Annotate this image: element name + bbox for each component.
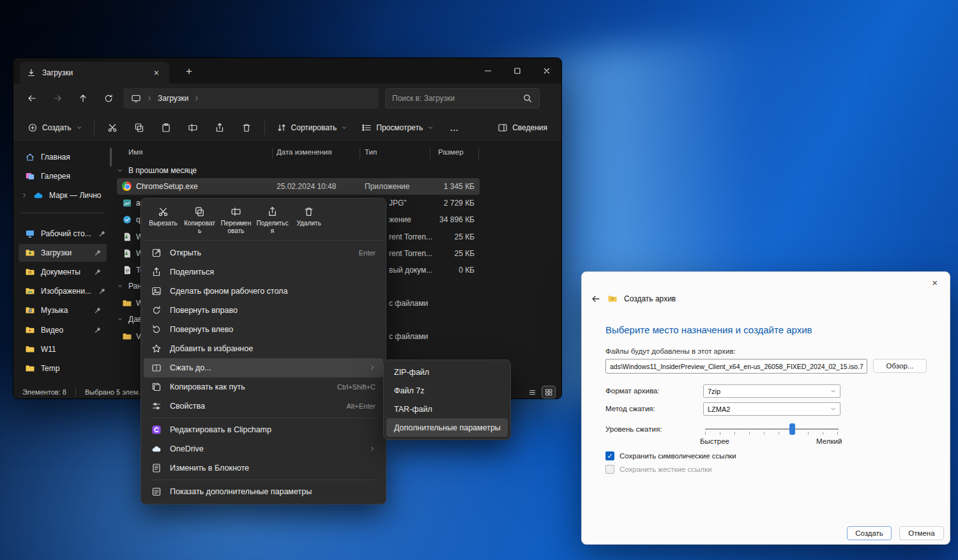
submenu-item-zip[interactable]: ZIP-файл [386, 363, 508, 381]
sidebar: Главная Галерея Марк — Лично Рабочий сто… [13, 142, 113, 384]
delete-quick-button[interactable]: Удалить [291, 202, 327, 236]
method-select[interactable]: LZMA2 [703, 402, 840, 416]
close-button[interactable] [532, 58, 561, 84]
column-name[interactable]: Имя [128, 148, 142, 156]
sidebar-item-w11[interactable]: W11 [19, 340, 107, 358]
copy-button[interactable] [126, 117, 152, 139]
delete-button[interactable] [234, 117, 259, 139]
refresh-button[interactable] [98, 88, 119, 109]
menu-item-label: Сделать фоном рабочего стола [170, 287, 287, 296]
menu-item-compress-to[interactable]: Сжать до... [144, 358, 383, 377]
compression-slider-thumb[interactable] [789, 423, 795, 435]
share-icon [151, 267, 162, 277]
column-date[interactable]: Дата изменения [277, 148, 331, 156]
wallpaper-icon [151, 286, 162, 296]
menu-item-edit-notepad[interactable]: Изменить в Блокноте [144, 458, 383, 478]
column-type[interactable]: Тип [365, 148, 377, 156]
share-quick-button[interactable]: Поделиться [254, 202, 291, 236]
forward-button[interactable] [47, 88, 68, 109]
sort-icon [277, 123, 287, 133]
more-options-button[interactable]: ... [441, 117, 467, 139]
browse-button[interactable]: Обзор... [873, 359, 927, 373]
menu-item-open[interactable]: Открыть Enter [144, 243, 383, 262]
menu-item-show-more-options[interactable]: Показать дополнительные параметры [144, 482, 383, 501]
back-button[interactable] [21, 88, 43, 109]
create-button[interactable]: Создать [847, 526, 892, 540]
menu-item-copy-as-path[interactable]: Копировать как путь Ctrl+Shift+C [144, 377, 383, 397]
file-type: JPG" [389, 199, 407, 208]
dialog-close-icon[interactable]: × [927, 276, 942, 289]
up-button[interactable] [72, 88, 94, 109]
compression-slider-track[interactable] [705, 428, 839, 430]
rename-button[interactable] [180, 117, 206, 139]
sidebar-item-documents[interactable]: Документы [19, 263, 107, 281]
sidebar-item-label: Марк — Лично [49, 191, 102, 200]
archive-icon [151, 363, 162, 373]
sort-button[interactable]: Сортировать [270, 117, 354, 139]
new-button[interactable]: Создать [21, 117, 89, 139]
details-button[interactable]: Сведения [491, 117, 554, 139]
menu-item-share[interactable]: Поделиться [144, 262, 383, 282]
symlinks-checkbox[interactable]: ✓ Сохранить символические ссылки [605, 451, 736, 460]
breadcrumb[interactable]: Загрузки [158, 94, 188, 103]
column-size[interactable]: Размер [438, 148, 464, 156]
sidebar-item-gallery[interactable]: Галерея [19, 167, 107, 185]
menu-item-rotate-left[interactable]: Повернуть влево [144, 320, 383, 339]
details-view-toggle[interactable] [526, 386, 538, 398]
view-button[interactable]: Просмотреть [355, 117, 440, 139]
menu-item-add-favorites[interactable]: Добавить в избранное [144, 339, 383, 358]
share-button[interactable] [207, 117, 232, 139]
archive-path-input[interactable] [605, 359, 867, 374]
submenu-item-7z[interactable]: Файл 7z [386, 381, 508, 400]
cut-button[interactable] [100, 117, 125, 139]
back-arrow-icon[interactable] [591, 294, 601, 304]
copy-quick-button[interactable]: Копировать [181, 202, 218, 236]
new-tab-button[interactable]: + [181, 64, 197, 79]
sidebar-item-desktop[interactable]: Рабочий сто... [19, 225, 107, 243]
file-row-chromesetup[interactable]: ChromeSetup.exe 25.02.2024 10:48 Приложе… [117, 178, 480, 195]
group-header-last-month[interactable]: В прошлом месяце [117, 163, 197, 178]
tab-close-icon[interactable]: × [150, 67, 163, 79]
tab-downloads[interactable]: Загрузки × [20, 62, 169, 84]
toolbar-divider [94, 121, 95, 135]
column-divider[interactable] [430, 148, 430, 159]
sidebar-item-home[interactable]: Главная [19, 148, 107, 166]
paste-button[interactable] [153, 117, 179, 139]
column-divider[interactable] [360, 148, 360, 159]
address-bar[interactable]: Загрузки [123, 88, 379, 109]
new-button-label: Создать [42, 123, 72, 132]
sidebar-item-music[interactable]: Музыка [19, 301, 107, 319]
menu-item-rotate-right[interactable]: Повернуть вправо [144, 301, 383, 320]
menu-item-onedrive[interactable]: OneDrive [144, 439, 383, 458]
sidebar-item-pictures[interactable]: Изображени... [19, 282, 107, 300]
thumbnail-view-toggle[interactable] [542, 386, 555, 398]
menu-item-properties[interactable]: Свойства Alt+Enter [144, 397, 383, 416]
column-divider[interactable] [272, 148, 273, 159]
maximize-button[interactable] [503, 58, 532, 84]
menu-item-set-wallpaper[interactable]: Сделать фоном рабочего стола [144, 282, 383, 301]
sidebar-item-downloads[interactable]: Загрузки [19, 244, 107, 262]
sidebar-item-temp[interactable]: Temp [19, 359, 107, 377]
sidebar-item-onedrive[interactable]: Марк — Лично [15, 186, 109, 204]
rename-quick-button[interactable]: Переименовать [218, 202, 254, 236]
submenu-item-additional-options[interactable]: Дополнительные параметры [386, 418, 508, 437]
sidebar-scrollbar[interactable] [110, 148, 112, 167]
download-icon [26, 68, 36, 78]
submenu-item-tar[interactable]: TAR-файл [386, 400, 508, 418]
star-icon [151, 344, 162, 354]
arrow-up-icon [78, 93, 88, 103]
checkbox-unchecked-icon [605, 465, 614, 474]
minimize-button[interactable] [473, 58, 503, 84]
search-input[interactable]: Поиск в: Загрузки [385, 88, 540, 109]
format-select[interactable]: 7zip [703, 384, 840, 398]
clipboard-icon [161, 123, 171, 133]
cut-quick-button[interactable]: Вырезать [145, 202, 181, 236]
sidebar-item-videos[interactable]: Видео [19, 321, 107, 339]
column-divider[interactable] [478, 148, 479, 159]
sidebar-item-label: Музыка [41, 306, 68, 315]
cancel-button[interactable]: Отмена [899, 526, 944, 540]
hardlinks-checkbox[interactable]: Сохранить жесткие ссылки [605, 465, 711, 474]
menu-shortcut: Alt+Enter [346, 402, 376, 410]
menu-item-clipchamp[interactable]: Редактировать в Clipchamp [144, 420, 383, 439]
trash-icon [303, 206, 314, 217]
